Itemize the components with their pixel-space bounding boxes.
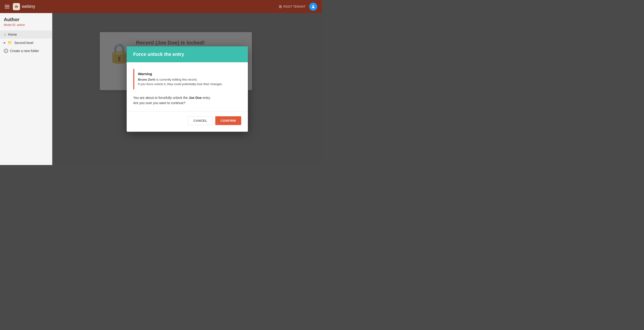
modal-divider <box>127 111 248 112</box>
modal-title: Force unlock the entry <box>133 52 241 57</box>
modal-body: Warning Bruno Zorić is currently editing… <box>127 62 248 132</box>
content-area: 🔒 Record (Joe Doe) is locked! It is lock… <box>52 13 322 165</box>
user-avatar[interactable] <box>309 3 317 11</box>
cancel-button[interactable]: CANCEL <box>188 116 212 125</box>
warning-title: Warning <box>138 72 238 76</box>
tenant-icon: ⊞ <box>279 4 282 9</box>
folder-icon: 📁 <box>8 41 12 45</box>
tenant-label: ROOT TENANT <box>283 5 305 8</box>
warning-text: Bruno Zorić is currently editing this re… <box>138 77 238 87</box>
folder-label: Second level <box>14 41 33 45</box>
tenant-info[interactable]: ⊞ ROOT TENANT <box>279 4 305 9</box>
modal-overlay: Force unlock the entry Warning Bruno Zor… <box>52 13 322 165</box>
warning-box: Warning Bruno Zorić is currently editing… <box>133 69 241 89</box>
sidebar-item-second-level[interactable]: ▶ 📁 Second level <box>0 39 52 47</box>
modal-footer: CANCEL CONFIRM <box>133 116 241 127</box>
create-folder-label: Create a new folder <box>10 49 39 53</box>
confirm-button[interactable]: CONFIRM <box>215 116 241 125</box>
force-unlock-modal: Force unlock the entry Warning Bruno Zor… <box>127 46 248 132</box>
sidebar-home-label: Home <box>8 33 17 36</box>
sidebar-model-id: Model ID: author <box>0 23 52 31</box>
home-icon: ⌂ <box>4 32 6 37</box>
svg-point-0 <box>312 5 314 7</box>
chevron-right-icon: ▶ <box>4 41 6 44</box>
confirm-text: You are about to forcefully unlock the J… <box>133 95 241 106</box>
navbar-left: W webiny <box>5 3 35 10</box>
navbar: W webiny ⊞ ROOT TENANT <box>0 0 322 13</box>
sidebar-title: Author <box>0 17 52 23</box>
main-layout: Author Model ID: author ⌂ Home ▶ 📁 Secon… <box>0 13 322 165</box>
logo-icon: W <box>13 3 20 10</box>
hamburger-menu[interactable] <box>5 5 10 8</box>
sidebar: Author Model ID: author ⌂ Home ▶ 📁 Secon… <box>0 13 52 165</box>
logo-wrapper: W webiny <box>13 3 35 10</box>
navbar-right: ⊞ ROOT TENANT <box>279 3 317 11</box>
plus-circle-icon: + <box>4 49 8 53</box>
sidebar-item-home[interactable]: ⌂ Home <box>0 31 52 39</box>
create-folder-button[interactable]: + Create a new folder <box>0 47 52 55</box>
logo-text: webiny <box>22 4 35 9</box>
modal-header: Force unlock the entry <box>127 46 248 62</box>
